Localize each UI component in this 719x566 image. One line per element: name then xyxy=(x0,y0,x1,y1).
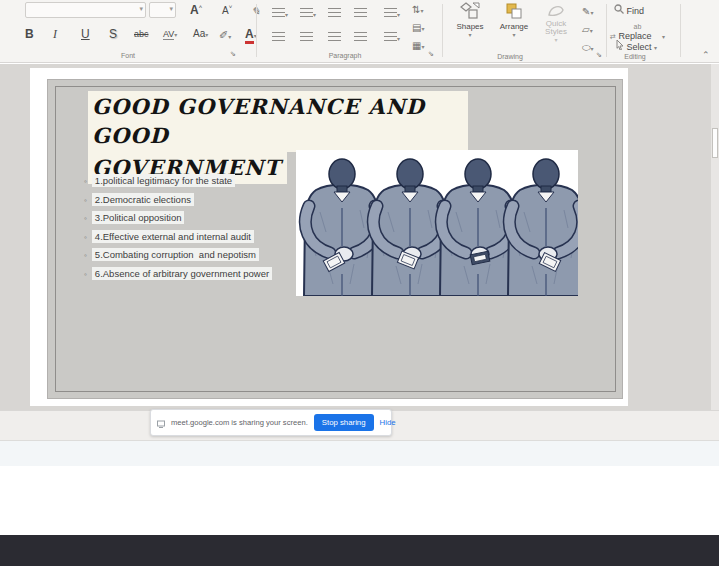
indent-decrease-button[interactable] xyxy=(328,6,341,20)
paragraph-group-label: Paragraph xyxy=(305,52,385,59)
line-spacing-icon xyxy=(384,8,397,17)
strikethrough-button[interactable]: abc xyxy=(134,29,149,39)
justify-button[interactable] xyxy=(354,30,367,44)
find-icon xyxy=(614,6,624,16)
font-color-button[interactable]: A▾ xyxy=(245,27,257,41)
group-divider xyxy=(606,4,607,57)
bullet-marker: ◦ xyxy=(84,251,87,260)
editing-group-label: Editing xyxy=(600,53,670,60)
bullet-item: ◦6.Absence of arbitrary government power xyxy=(84,268,272,279)
font-size-combo[interactable]: ▾ xyxy=(149,2,176,18)
text-shadow-button[interactable]: S xyxy=(109,27,117,41)
bullet-item: ◦4.Effective external and internal audit xyxy=(84,231,272,242)
align-text-button[interactable]: ▤▾ xyxy=(412,22,424,33)
bullet-item: ◦2.Democratic elections xyxy=(84,194,272,205)
shapes-button[interactable]: Shapes ▾ xyxy=(448,2,492,54)
shape-fill-icon: ▱ xyxy=(582,24,590,35)
bullet-marker: ◦ xyxy=(84,196,87,205)
font-name-combo[interactable]: ▾ xyxy=(25,2,146,18)
bullet-marker: ◦ xyxy=(84,214,87,223)
grow-font-button[interactable]: A˄ xyxy=(190,3,202,17)
arrange-icon xyxy=(504,13,524,22)
bullets-button[interactable]: ▾ xyxy=(272,6,288,20)
screen: ▾ ▾ A˄ A˅ ✎ B I U S abc AV▾ Aa▾ ✐▾ A▾ Fo… xyxy=(0,0,719,566)
shrink-font-button[interactable]: A˅ xyxy=(222,3,232,17)
stop-sharing-button[interactable]: Stop sharing xyxy=(314,414,374,431)
bullet-item: ◦3.Political opposition xyxy=(84,212,272,223)
line-spacing-button[interactable]: ▾ xyxy=(384,6,400,20)
shape-effects-button[interactable]: ⬭▾ xyxy=(582,42,594,54)
select-button[interactable]: Select ▾ xyxy=(616,40,657,52)
screen-share-icon xyxy=(157,414,165,432)
bullet-marker: ◦ xyxy=(84,270,87,279)
character-spacing-button[interactable]: AV▾ xyxy=(163,29,177,39)
screen-share-notification: meet.google.com is sharing your screen. … xyxy=(150,409,392,436)
indent-decrease-icon xyxy=(328,8,341,17)
columns-button[interactable]: ▾ xyxy=(384,30,400,44)
align-left-button[interactable] xyxy=(272,30,285,44)
arrange-button[interactable]: Arrange ▾ xyxy=(492,2,536,54)
bullet-marker: ◦ xyxy=(84,233,87,242)
italic-button[interactable]: I xyxy=(53,27,57,42)
edit-shape-button[interactable]: ✎▾ xyxy=(582,6,593,17)
select-cursor-icon xyxy=(616,42,624,52)
shape-effects-icon: ⬭ xyxy=(582,42,591,53)
highlighter-icon: ✐ xyxy=(219,29,228,41)
vertical-scrollbar-thumb[interactable] xyxy=(712,128,718,158)
bold-button[interactable]: B xyxy=(25,27,34,41)
bullet-item: ◦1.political legitimacy for the state xyxy=(84,175,272,186)
underline-button[interactable]: U xyxy=(81,27,90,41)
meet-controls-strip: T xyxy=(0,466,719,535)
font-group-label: Font xyxy=(88,52,168,59)
align-center-icon xyxy=(300,32,313,41)
highlight-color-button[interactable]: ✐▾ xyxy=(219,28,231,42)
paragraph-dialog-launcher[interactable]: ⇘ xyxy=(428,50,434,58)
font-dialog-launcher[interactable]: ⇘ xyxy=(230,50,236,58)
change-case-button[interactable]: Aa▾ xyxy=(193,28,208,39)
replace-button[interactable]: ab⇄ Replace ▾ xyxy=(610,21,665,41)
corruption-cartoon-image[interactable] xyxy=(296,150,578,296)
align-left-icon xyxy=(272,32,285,41)
group-divider xyxy=(442,4,443,57)
hide-link[interactable]: Hide xyxy=(380,418,396,427)
group-divider xyxy=(680,4,681,57)
shared-screen-taskbar: 5 ❖ Links » ? ⌃ ENG 11: xyxy=(0,440,719,466)
share-message: meet.google.com is sharing your screen. xyxy=(171,418,308,427)
four-men-illustration xyxy=(296,150,578,296)
bullet-item: ◦5.Combating corruption and nepotism xyxy=(84,249,272,260)
numbered-list-icon xyxy=(300,8,313,17)
indent-increase-button[interactable] xyxy=(354,6,367,20)
bullet-list[interactable]: ◦1.political legitimacy for the state ◦2… xyxy=(84,175,272,286)
slide-title-line1: GOOD GOVERNANCE AND GOOD xyxy=(88,91,468,152)
quick-styles-button[interactable]: Quick Styles ▾ xyxy=(536,2,576,54)
collapse-ribbon-chevron-icon[interactable]: ⌃ xyxy=(702,50,710,60)
drawing-group-label: Drawing xyxy=(470,53,550,60)
justify-icon xyxy=(354,32,367,41)
group-divider xyxy=(256,4,257,57)
bullet-list-icon xyxy=(272,8,285,17)
align-right-button[interactable] xyxy=(328,30,341,44)
shapes-icon xyxy=(460,13,480,22)
shape-fill-button[interactable]: ▱▾ xyxy=(582,24,593,35)
vertical-scrollbar[interactable] xyxy=(711,64,719,410)
align-right-icon xyxy=(328,32,341,41)
columns-icon xyxy=(384,32,397,41)
host-taskbar: W PDF PDF P xyxy=(0,535,719,566)
powerpoint-ribbon: ▾ ▾ A˄ A˅ ✎ B I U S abc AV▾ Aa▾ ✐▾ A▾ Fo… xyxy=(0,0,719,63)
text-direction-button[interactable]: ⇅▾ xyxy=(412,4,423,15)
bullet-marker: ◦ xyxy=(84,177,87,186)
numbering-button[interactable]: ▾ xyxy=(300,6,316,20)
align-center-button[interactable] xyxy=(300,30,313,44)
convert-smartart-button[interactable]: ▦▾ xyxy=(412,40,424,51)
find-button[interactable]: Find xyxy=(614,4,644,16)
indent-increase-icon xyxy=(354,8,367,17)
